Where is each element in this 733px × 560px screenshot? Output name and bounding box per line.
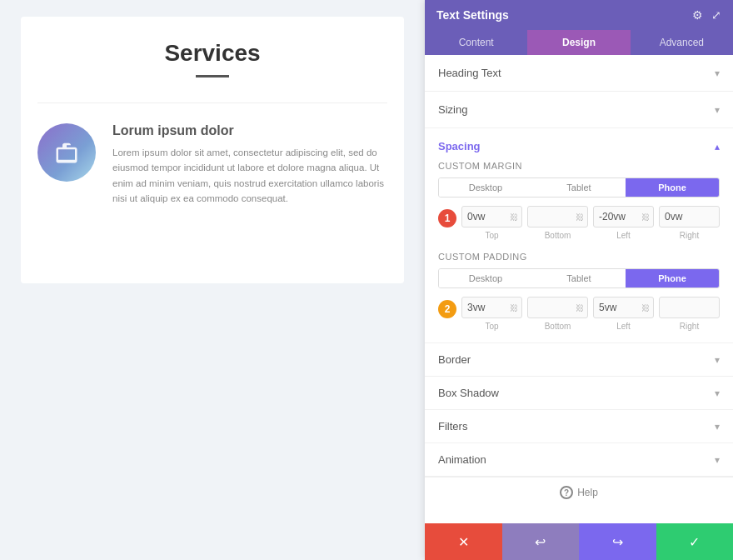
padding-top-link-icon[interactable]: ⛓	[506, 303, 521, 312]
margin-left-input[interactable]	[594, 207, 638, 227]
padding-right-input[interactable]	[660, 298, 719, 318]
margin-phone-tab[interactable]: Phone	[626, 178, 719, 197]
help-link[interactable]: ? Help	[560, 486, 598, 499]
briefcase-icon	[54, 140, 79, 165]
padding-bottom-group: ⛓ Bottom	[527, 297, 588, 331]
margin-bottom-label: Bottom	[545, 231, 571, 240]
heading-text-label: Heading Text	[438, 67, 501, 79]
tab-content[interactable]: Content	[425, 30, 527, 55]
margin-left-input-wrap: ⛓	[593, 206, 654, 228]
padding-right-group: Right	[659, 297, 720, 331]
margin-top-input-wrap: ⛓	[461, 206, 522, 228]
save-button[interactable]: ✓	[656, 523, 734, 560]
margin-left-link-icon[interactable]: ⛓	[638, 212, 653, 222]
custom-padding-group: Custom Padding Desktop Tablet Phone 2 ⛓	[425, 252, 733, 342]
settings-panel: Text Settings ⚙ ⤢ Content Design Advance…	[425, 0, 733, 560]
padding-bottom-label: Bottom	[545, 322, 571, 331]
margin-bottom-input-wrap: ⛓	[527, 206, 588, 228]
settings-title: Text Settings	[436, 8, 509, 22]
margin-bottom-group: ⛓ Bottom	[527, 206, 588, 240]
box-shadow-chevron: ▾	[715, 388, 720, 399]
services-title: Services	[37, 40, 387, 67]
padding-top-input[interactable]	[462, 298, 506, 318]
settings-footer: ? Help	[425, 477, 733, 508]
margin-bottom-link-icon[interactable]: ⛓	[572, 212, 587, 222]
padding-top-group: ⛓ Top	[461, 297, 522, 331]
step-badge-2: 2	[438, 300, 456, 318]
padding-tablet-tab[interactable]: Tablet	[532, 269, 626, 288]
padding-right-label: Right	[680, 322, 699, 331]
margin-left-label: Left	[616, 231, 631, 240]
padding-bottom-input-wrap: ⛓	[527, 297, 588, 318]
section-spacing: Spacing ▴ Custom Margin Desktop Tablet P…	[425, 128, 733, 343]
margin-top-label: Top	[485, 231, 498, 240]
padding-left-input-wrap: ⛓	[593, 297, 654, 318]
margin-top-link-icon[interactable]: ⛓	[506, 212, 521, 222]
padding-left-label: Left	[616, 322, 631, 331]
padding-top-input-wrap: ⛓	[461, 297, 522, 318]
margin-right-label: Right	[680, 231, 699, 240]
page-preview-panel: Services Lorum ipsum dolor Lorem ipsum d…	[0, 0, 425, 560]
undo-button[interactable]: ↩	[502, 523, 580, 560]
step-badge-1: 1	[438, 209, 456, 228]
animation-chevron: ▾	[715, 454, 720, 466]
margin-right-input[interactable]	[660, 207, 719, 227]
tab-design[interactable]: Design	[527, 30, 630, 55]
spacing-header[interactable]: Spacing ▴	[425, 128, 733, 161]
section-box-shadow[interactable]: Box Shadow ▾	[425, 377, 733, 410]
heading-text-chevron: ▾	[715, 68, 720, 79]
service-description: Lorem ipsum dolor sit amet, consectetur …	[112, 145, 387, 207]
sizing-label: Sizing	[438, 103, 467, 116]
heading-underline	[196, 75, 229, 78]
margin-inputs-row: 1 ⛓ Top ⛓	[438, 206, 720, 240]
section-heading-text[interactable]: Heading Text ▾	[425, 55, 733, 92]
section-border[interactable]: Border ▾	[425, 343, 733, 377]
section-sizing[interactable]: Sizing ▾	[425, 92, 733, 128]
custom-margin-title: Custom Margin	[438, 161, 720, 171]
service-text: Lorum ipsum dolor Lorem ipsum dolor sit …	[112, 123, 387, 207]
margin-device-tabs: Desktop Tablet Phone	[438, 178, 720, 198]
page-preview: Services Lorum ipsum dolor Lorem ipsum d…	[21, 17, 404, 283]
border-label: Border	[438, 353, 471, 366]
custom-margin-group: Custom Margin Desktop Tablet Phone 1 ⛓	[425, 161, 733, 252]
padding-left-input[interactable]	[594, 298, 638, 318]
padding-desktop-tab[interactable]: Desktop	[439, 269, 532, 288]
margin-left-group: ⛓ Left	[593, 206, 654, 240]
margin-top-group: ⛓ Top	[461, 206, 522, 240]
padding-device-tabs: Desktop Tablet Phone	[438, 268, 720, 288]
padding-left-group: ⛓ Left	[593, 297, 654, 331]
padding-inputs-row: 2 ⛓ Top ⛓	[438, 297, 720, 331]
settings-body: Heading Text ▾ Sizing ▾ Spacing ▴ Custom…	[425, 55, 733, 523]
filters-chevron: ▾	[715, 421, 720, 432]
cancel-button[interactable]: ✕	[425, 523, 502, 560]
margin-right-group: Right	[659, 206, 720, 240]
services-section-heading: Services	[21, 17, 404, 102]
section-animation[interactable]: Animation ▾	[425, 443, 733, 477]
tab-advanced[interactable]: Advanced	[631, 30, 733, 55]
margin-top-input[interactable]	[462, 207, 506, 227]
padding-bottom-link-icon[interactable]: ⛓	[572, 303, 587, 312]
margin-tablet-tab[interactable]: Tablet	[532, 178, 626, 197]
settings-header: Text Settings ⚙ ⤢	[425, 0, 733, 30]
spacing-label: Spacing	[438, 140, 481, 152]
settings-expand-icon[interactable]: ⤢	[711, 8, 721, 22]
padding-inputs: ⛓ Top ⛓ Bottom	[461, 297, 720, 331]
service-icon-circle	[37, 123, 96, 182]
sizing-chevron: ▾	[715, 104, 720, 116]
box-shadow-label: Box Shadow	[438, 387, 499, 399]
service-title: Lorum ipsum dolor	[112, 123, 387, 138]
settings-gear-icon[interactable]: ⚙	[692, 8, 703, 22]
margin-bottom-input[interactable]	[528, 207, 572, 227]
margin-inputs: ⛓ Top ⛓ Bottom	[461, 206, 720, 240]
help-icon: ?	[560, 486, 573, 499]
padding-left-link-icon[interactable]: ⛓	[638, 303, 653, 312]
settings-header-icons: ⚙ ⤢	[692, 8, 721, 22]
padding-top-label: Top	[485, 322, 498, 331]
section-filters[interactable]: Filters ▾	[425, 410, 733, 443]
action-bar: ✕ ↩ ↪ ✓	[425, 523, 733, 560]
padding-bottom-input[interactable]	[528, 298, 572, 318]
margin-desktop-tab[interactable]: Desktop	[439, 178, 532, 197]
padding-phone-tab[interactable]: Phone	[626, 269, 719, 288]
spacing-chevron: ▴	[715, 141, 720, 152]
redo-button[interactable]: ↪	[579, 523, 656, 560]
